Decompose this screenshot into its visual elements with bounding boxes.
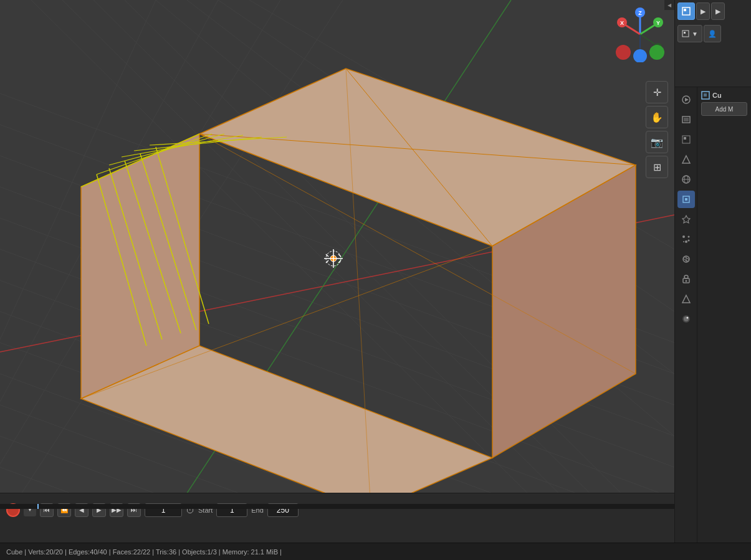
3d-scene-svg [0, 0, 674, 526]
svg-marker-79 [685, 98, 689, 102]
svg-point-92 [685, 240, 687, 243]
svg-text:Y: Y [656, 20, 660, 26]
add-object-tool[interactable]: ✛ [646, 81, 668, 103]
properties-main-content: Cu Add M [697, 87, 751, 560]
panel-header: ▶ ▶ ▼ 👤 [675, 0, 751, 87]
scene-selector[interactable]: ▼ [677, 25, 702, 42]
svg-rect-75 [684, 9, 686, 11]
material-properties-btn[interactable] [677, 310, 695, 328]
properties-content: Cu Add M [675, 87, 751, 560]
status-text: Cube | Verts:20/20 | Edges:40/40 | Faces… [6, 548, 282, 556]
svg-line-69 [640, 34, 657, 45]
physics-properties-btn[interactable] [677, 250, 695, 268]
svg-marker-101 [682, 295, 690, 303]
svg-marker-84 [682, 156, 690, 163]
render-tool[interactable]: ⊞ [646, 156, 668, 178]
svg-text:X: X [620, 20, 624, 26]
constraints-properties-btn[interactable] [677, 270, 695, 288]
svg-point-100 [685, 280, 687, 282]
object-name-label: Cu [712, 92, 722, 99]
svg-rect-81 [684, 118, 689, 121]
panel-top-row2: ▼ 👤 [675, 22, 751, 45]
timeline-bar: ▼ ⏮ ⏪ ◀ ▶ ▶▶ ⏭ ⏱ Start 1 End 250 [0, 493, 674, 526]
play-btn-panel[interactable]: ▶ [696, 2, 710, 20]
viewport-3d[interactable]: ◀ Z Y X ✛ ✋ 📷 [0, 0, 674, 526]
svg-point-71 [616, 45, 631, 60]
svg-point-93 [683, 241, 684, 242]
viewport-tools-panel: ✛ ✋ 📷 ⊞ [646, 81, 668, 178]
object-properties-btn[interactable] [677, 191, 695, 208]
properties-icons-column [675, 87, 697, 560]
modifier-section-header: Cu [701, 91, 747, 100]
svg-point-91 [687, 236, 689, 238]
cube-object-icon [701, 91, 710, 100]
panel-top-row1: ▶ ▶ [675, 0, 751, 22]
svg-rect-77 [684, 32, 686, 34]
playhead[interactable] [37, 504, 39, 509]
svg-rect-106 [704, 93, 707, 97]
user-icon[interactable]: 👤 [704, 25, 721, 42]
output-properties-btn[interactable] [677, 111, 695, 128]
svg-rect-83 [684, 137, 686, 140]
svg-text:Z: Z [638, 10, 642, 16]
svg-point-94 [687, 240, 689, 242]
world-properties-btn[interactable] [677, 171, 695, 188]
scene-properties-btn[interactable] [677, 151, 695, 168]
navigation-gizmo[interactable]: Z Y X [612, 6, 668, 62]
svg-point-90 [682, 235, 685, 238]
view-layer-btn[interactable] [677, 2, 695, 20]
svg-point-104 [686, 317, 688, 319]
svg-point-73 [649, 45, 664, 60]
timeline-scrubber[interactable] [0, 504, 674, 509]
camera-tool[interactable]: 📷 [646, 131, 668, 153]
move-tool[interactable]: ✋ [646, 106, 668, 128]
render-properties-btn[interactable] [677, 91, 695, 108]
add-modifier-button[interactable]: Add M [701, 102, 747, 116]
modifier-properties-btn[interactable] [677, 211, 695, 228]
particles-properties-btn[interactable] [677, 230, 695, 248]
render-btn-panel[interactable]: ▶ [711, 2, 725, 20]
status-bar: Cube | Verts:20/20 | Edges:40/40 | Faces… [0, 543, 751, 560]
viewlayer-properties-btn[interactable] [677, 131, 695, 148]
properties-panel: ▶ ▶ ▼ 👤 [674, 0, 751, 560]
objectdata-properties-btn[interactable] [677, 290, 695, 308]
svg-point-72 [633, 49, 647, 62]
svg-rect-89 [685, 198, 687, 201]
